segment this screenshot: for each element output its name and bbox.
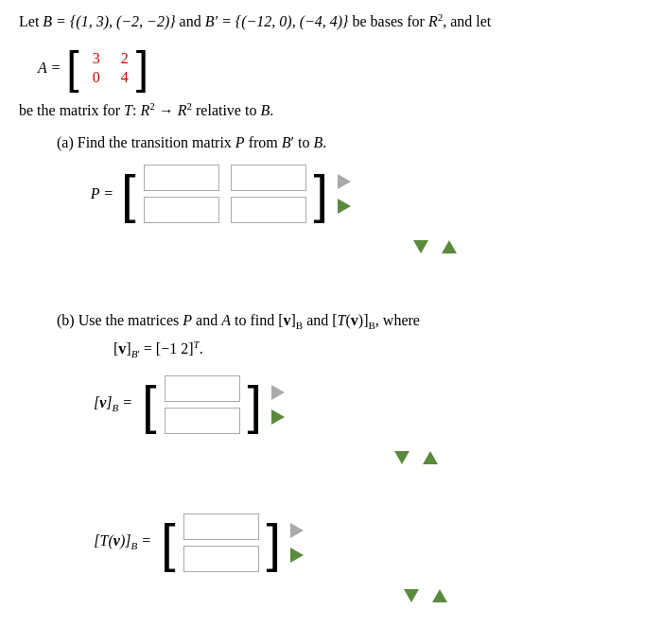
- part-b-text: (b) Use the matrices P and A to find [v]…: [57, 312, 420, 328]
- P-label: P =: [76, 185, 113, 202]
- bracket-right-Tv: ]: [267, 516, 282, 569]
- P-arrow-down[interactable]: [410, 236, 431, 257]
- A-cell-11: 4: [115, 69, 129, 86]
- vB-input-1[interactable]: [165, 408, 240, 434]
- P-arrow-up-icon: [442, 240, 457, 253]
- A-cell-10: 0: [87, 69, 100, 86]
- Tv-arrow-right-green[interactable]: [287, 545, 307, 566]
- P-arrow-green-icon: [338, 199, 351, 214]
- Tv-bottom-arrows: [208, 585, 643, 606]
- Tv-input-0[interactable]: [183, 513, 259, 540]
- vB-bottom-arrows: [189, 447, 643, 468]
- problem-header: Let B = {(1, 3), (−2, −2)} and B′ = {(−1…: [19, 9, 643, 34]
- Tv-arrow-down[interactable]: [401, 585, 422, 606]
- Tv-side-arrows: [287, 520, 307, 566]
- part-a-matrix-row: P = [ ]: [76, 159, 643, 229]
- Tv-matrix-row: [T(v)]B = [ ]: [66, 508, 643, 578]
- P-arrow-right-green[interactable]: [334, 196, 355, 217]
- B-definition: B = {(1, 3), (−2, −2)}: [43, 13, 175, 29]
- P-side-arrows: [334, 171, 355, 217]
- be-bases-text: be bases for R2, and let: [353, 13, 492, 29]
- Tv-label: [T(v)]B =: [66, 532, 151, 551]
- Tv-arrow-green-icon: [290, 548, 304, 563]
- P-arrow-down-icon: [413, 240, 428, 253]
- A-cell-01: 2: [115, 50, 129, 67]
- part-a-text: (a) Find the transition matrix P from B′…: [57, 134, 326, 150]
- part-b-label: (b) Use the matrices P and A to find [v]…: [57, 312, 643, 331]
- vB-arrow-green-icon: [271, 409, 285, 425]
- Tv-matrix-container: [ ]: [161, 508, 307, 578]
- A-cell-00: 3: [87, 50, 100, 67]
- vB-arrow-up[interactable]: [420, 447, 441, 468]
- bracket-left-Tv: [: [161, 516, 176, 569]
- Tv-arrow-grey-icon: [290, 523, 304, 538]
- vB-input-0[interactable]: [165, 375, 240, 402]
- be-matrix-line: be the matrix for T: R2 → R2 relative to…: [19, 98, 643, 123]
- bracket-right-P: ]: [314, 167, 329, 220]
- P-input-10[interactable]: [144, 197, 219, 223]
- P-matrix-inputs: [136, 159, 314, 229]
- Tv-arrow-up[interactable]: [429, 585, 450, 606]
- vB-arrow-grey-icon: [271, 385, 285, 400]
- P-matrix-container: [ ]: [121, 159, 355, 229]
- Tv-matrix-inputs: [176, 508, 267, 578]
- matrix-A-grid: 3 2 0 4: [79, 46, 136, 90]
- vB-arrow-right-grey[interactable]: [268, 382, 288, 403]
- P-arrow-right-grey[interactable]: [334, 171, 355, 192]
- be-matrix-text: be the matrix for T: R2 → R2 relative to…: [19, 102, 273, 118]
- P-bottom-arrows: [227, 236, 643, 257]
- Tv-input-1[interactable]: [183, 546, 259, 572]
- vB-arrow-down-icon: [394, 451, 409, 464]
- matrix-A-label: A =: [38, 60, 61, 77]
- vB-matrix-container: [ ]: [142, 370, 288, 440]
- let-text: Let: [19, 13, 43, 29]
- P-input-01[interactable]: [231, 165, 306, 191]
- vB-matrix-row: [v]B = [ ]: [66, 370, 643, 440]
- Tv-arrow-down-icon: [404, 589, 419, 602]
- matrix-A-container: A = [ 3 2 0 4 ]: [38, 45, 148, 91]
- bracket-left-A: [: [66, 45, 78, 91]
- vB-label: [v]B =: [66, 394, 132, 413]
- Bprime-definition: B′ = {(−12, 0), (−4, 4)}: [205, 13, 349, 29]
- and-text: and: [180, 13, 205, 29]
- bracket-right-vB: ]: [248, 378, 263, 431]
- Tv-arrow-up-icon: [432, 589, 447, 602]
- vB-arrow-up-icon: [423, 451, 438, 464]
- P-arrow-up[interactable]: [439, 236, 460, 257]
- part-a-section: (a) Find the transition matrix P from B′…: [57, 134, 643, 257]
- part-b-section: (b) Use the matrices P and A to find [v]…: [57, 312, 643, 606]
- part-a-label: (a) Find the transition matrix P from B′…: [57, 134, 643, 151]
- vB-arrow-down[interactable]: [392, 447, 412, 468]
- vB-arrow-right-green[interactable]: [268, 407, 288, 427]
- bracket-left-P: [: [121, 167, 136, 220]
- bracket-right-A: ]: [136, 45, 148, 91]
- P-input-11[interactable]: [231, 197, 306, 223]
- vB-prime-equation: [v]B′ = [−1 2]T.: [113, 339, 643, 360]
- Tv-arrow-right-grey[interactable]: [287, 520, 307, 541]
- bracket-left-vB: [: [142, 378, 157, 431]
- P-arrow-grey-icon: [338, 174, 351, 189]
- vB-side-arrows: [268, 382, 288, 427]
- P-input-00[interactable]: [144, 165, 219, 191]
- vB-matrix-inputs: [157, 370, 248, 440]
- vB-prime-text: [v]B′ = [−1 2]T.: [113, 340, 203, 357]
